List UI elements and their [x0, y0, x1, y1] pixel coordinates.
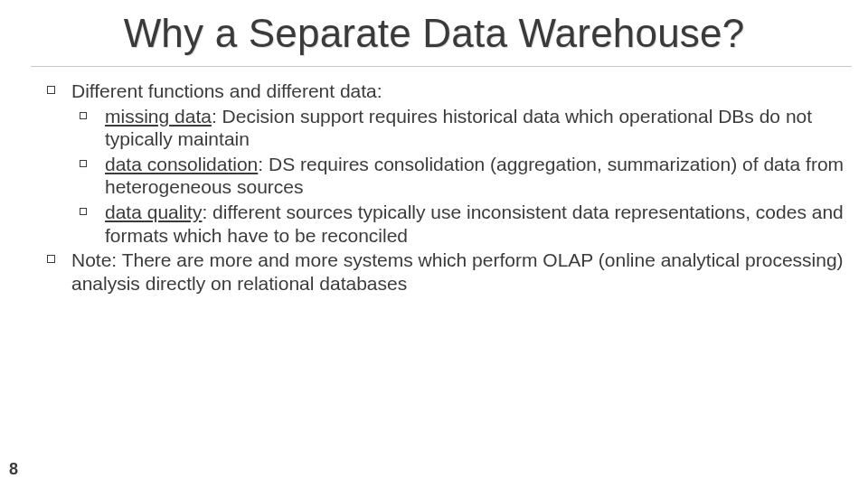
bullet-level2: missing data: Decision support requires …	[80, 105, 852, 151]
term-underline: data consolidation	[105, 154, 258, 174]
term-underline: data quality	[105, 202, 202, 222]
term-rest: : Decision support requires historical d…	[105, 106, 812, 150]
bullet-text: Note: There are more and more systems wh…	[71, 249, 852, 295]
square-bullet-icon	[80, 160, 87, 167]
slide-body: Different functions and different data: …	[47, 80, 852, 296]
page-number: 8	[9, 460, 18, 479]
bullet-text: missing data: Decision support requires …	[105, 105, 852, 151]
bullet-level1: Different functions and different data:	[47, 80, 852, 103]
bullet-text: data consolidation: DS requires consolid…	[105, 153, 852, 199]
square-bullet-icon	[47, 86, 55, 94]
term-rest: : different sources typically use incons…	[105, 202, 844, 246]
square-bullet-icon	[80, 112, 87, 119]
square-bullet-icon	[47, 255, 55, 263]
term-underline: missing data	[105, 106, 212, 127]
bullet-level2: data consolidation: DS requires consolid…	[80, 153, 852, 199]
bullet-level2: data quality: different sources typicall…	[80, 201, 852, 247]
square-bullet-icon	[80, 208, 87, 215]
bullet-text: data quality: different sources typicall…	[105, 201, 852, 247]
bullet-text: Different functions and different data:	[71, 80, 852, 103]
bullet-level1: Note: There are more and more systems wh…	[47, 249, 852, 295]
title-divider	[31, 66, 852, 67]
slide-title: Why a Separate Data Warehouse?	[0, 11, 868, 56]
